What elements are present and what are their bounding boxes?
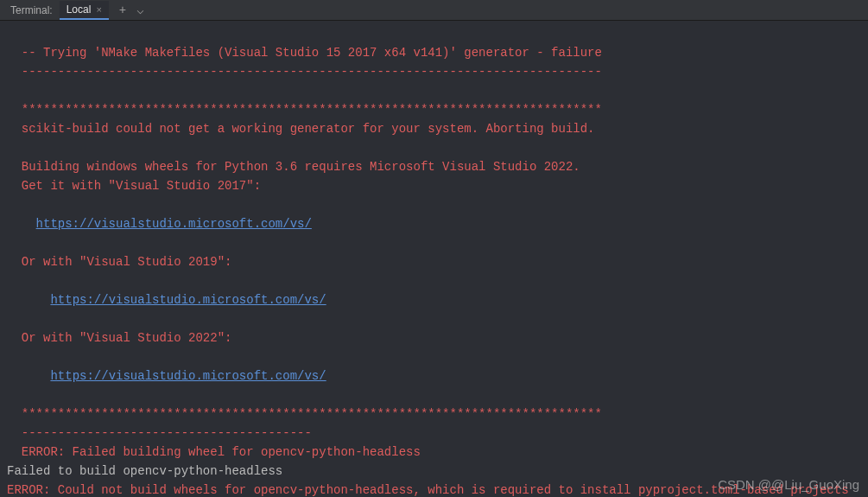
terminal-output[interactable]: -- Trying 'NMake Makefiles (Visual Studi… [0,21,868,497]
output-line: -- Trying 'NMake Makefiles (Visual Studi… [7,46,602,60]
tab-actions: + ⌵ [119,3,144,17]
output-line: Get it with "Visual Studio 2017": [7,179,261,193]
dropdown-icon[interactable]: ⌵ [136,3,143,17]
output-line: Or with "Visual Studio 2019": [7,255,231,269]
output-line: https://visualstudio.microsoft.com/vs/ [7,217,312,231]
output-line: https://visualstudio.microsoft.com/vs/ [7,293,326,307]
output-line: Building windows wheels for Python 3.6 r… [7,160,580,174]
output-line: ****************************************… [7,103,602,117]
output-line: ERROR: Failed building wheel for opencv-… [7,445,421,459]
output-line: ---------------------------------------- [7,426,312,440]
output-line: https://visualstudio.microsoft.com/vs/ [7,369,326,383]
terminal-tab-label: Local [67,3,92,16]
terminal-tab-local[interactable]: Local × [60,1,109,20]
vs-link[interactable]: https://visualstudio.microsoft.com/vs/ [36,217,312,231]
vs-link[interactable]: https://visualstudio.microsoft.com/vs/ [50,369,326,383]
terminal-tabbar: Terminal: Local × + ⌵ [0,0,868,21]
output-line: Or with "Visual Studio 2022": [7,331,231,345]
output-line: ERROR: Could not build wheels for opencv… [7,483,849,497]
vs-link[interactable]: https://visualstudio.microsoft.com/vs/ [50,293,326,307]
terminal-label: Terminal: [5,4,58,16]
output-line: scikit-build could not get a working gen… [7,122,595,136]
output-line: ****************************************… [7,407,602,421]
output-line: ----------------------------------------… [7,65,602,79]
new-tab-icon[interactable]: + [119,3,126,17]
close-icon[interactable]: × [96,4,101,15]
output-line: Failed to build opencv-python-headless [7,464,282,478]
